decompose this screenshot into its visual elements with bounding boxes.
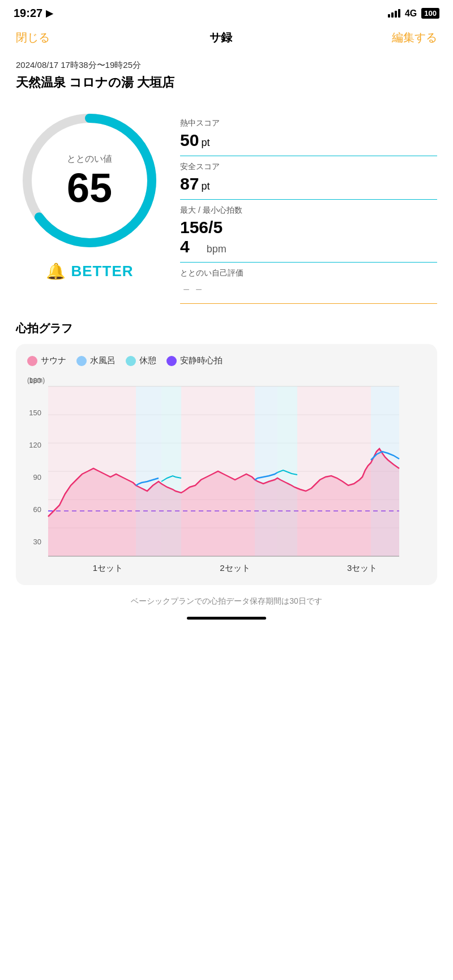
svg-chart-area (22, 386, 426, 558)
time-display: 19:27 (14, 7, 42, 20)
network-type: 4G (405, 8, 417, 19)
better-badge: 🔔 BETTER (46, 262, 134, 281)
legend-water: 水風呂 (76, 355, 116, 366)
nav-title: サ録 (210, 30, 232, 45)
legend-label-water: 水風呂 (90, 355, 116, 366)
circle-label: ととのい値 (67, 153, 112, 165)
signal-icon (388, 9, 400, 18)
legend-dot-water (76, 356, 87, 366)
legend-resting-hr: 安静時心拍 (166, 355, 223, 366)
heart-rate-item: 最大 / 最小心拍数 156/5 4 bpm (180, 200, 437, 263)
chart-inner: 180 150 120 90 60 30 (22, 386, 426, 558)
self-eval-label: ととのい自己評価 (180, 268, 437, 278)
edit-button[interactable]: 編集する (392, 30, 437, 45)
bell-icon: 🔔 (46, 262, 66, 281)
legend-dot-resting-hr (166, 356, 177, 366)
location-icon: ▶ (46, 8, 53, 19)
heat-score-item: 熱中スコア 50 pt (180, 113, 437, 156)
safety-score-label: 安全スコア (180, 162, 437, 172)
heat-score-label: 熱中スコア (180, 118, 437, 128)
legend-label-rest: 休憩 (139, 355, 156, 366)
heart-rate-max: 156/5 (180, 218, 437, 237)
main-stats: ととのい値 65 🔔 BETTER 熱中スコア 50 pt 安全スコア 87 p… (0, 96, 453, 310)
heart-min-top: 5 (213, 218, 223, 237)
status-right: 4G 100 (388, 8, 439, 19)
legend-sauna: サウナ (27, 355, 66, 366)
self-eval-value: －－ (180, 281, 437, 298)
legend-rest: 休憩 (126, 355, 156, 366)
home-indicator (187, 617, 266, 620)
footer-note: ベーシックプランでの心拍データ保存期間は30日です (0, 585, 453, 612)
safety-value-num: 87 (180, 174, 199, 194)
score-circle-area: ととのい値 65 🔔 BETTER (16, 107, 163, 281)
heat-score-value: 50 pt (180, 131, 437, 150)
circle-center: ととのい値 65 (67, 153, 112, 208)
status-bar: 19:27 ▶ 4G 100 (0, 0, 453, 24)
graph-section: 心拍グラフ サウナ 水風呂 休憩 安静時心拍 (bpm) (0, 310, 453, 585)
graph-legend: サウナ 水風呂 休憩 安静時心拍 (22, 355, 426, 366)
status-time: 19:27 ▶ (14, 7, 53, 20)
session-date: 2024/08/17 17時38分〜19時25分 (16, 60, 437, 71)
self-eval-item: ととのい自己評価 －－ (180, 263, 437, 304)
legend-dot-sauna (27, 356, 37, 366)
x-label-1: 1セット (93, 563, 123, 574)
safety-value-unit: pt (201, 180, 210, 192)
heart-rate-chart (22, 386, 426, 556)
score-area: 熱中スコア 50 pt 安全スコア 87 pt 最大 / 最小心拍数 156/5… (180, 107, 437, 304)
session-info: 2024/08/17 17時38分〜19時25分 天然温泉 コロナの湯 大垣店 (0, 51, 453, 96)
battery-indicator: 100 (421, 8, 439, 19)
y-axis-unit: (bpm) (22, 376, 426, 384)
legend-label-resting-hr: 安静時心拍 (180, 355, 223, 366)
circle-value: 65 (67, 167, 112, 208)
heart-min-num: 4 (180, 237, 190, 256)
heart-bpm-label: bpm (207, 243, 226, 255)
chart-wrapper: (bpm) 180 150 120 90 60 30 (22, 376, 426, 574)
x-label-2: 2セット (220, 563, 250, 574)
x-label-3: 3セット (347, 563, 377, 574)
better-text: BETTER (71, 263, 134, 280)
x-axis-labels: 1セット 2セット 3セット (22, 563, 426, 574)
heart-rate-label: 最大 / 最小心拍数 (180, 205, 437, 216)
safety-score-value: 87 pt (180, 174, 437, 194)
legend-dot-rest (126, 356, 136, 366)
heat-value-unit: pt (201, 137, 210, 149)
nav-bar: 閉じる サ録 編集する (0, 24, 453, 51)
graph-card: サウナ 水風呂 休憩 安静時心拍 (bpm) 180 150 12 (16, 344, 437, 585)
close-button[interactable]: 閉じる (16, 30, 50, 45)
heart-rate-values: 156/5 4 bpm (180, 218, 437, 256)
session-place: 天然温泉 コロナの湯 大垣店 (16, 74, 437, 91)
score-circle: ととのい値 65 (16, 107, 163, 254)
graph-title: 心拍グラフ (16, 321, 442, 336)
heart-rate-bottom: 4 bpm (180, 237, 437, 256)
legend-label-sauna: サウナ (41, 355, 66, 366)
safety-score-item: 安全スコア 87 pt (180, 156, 437, 200)
heart-max-num: 156 (180, 218, 208, 237)
heat-value-num: 50 (180, 131, 199, 150)
